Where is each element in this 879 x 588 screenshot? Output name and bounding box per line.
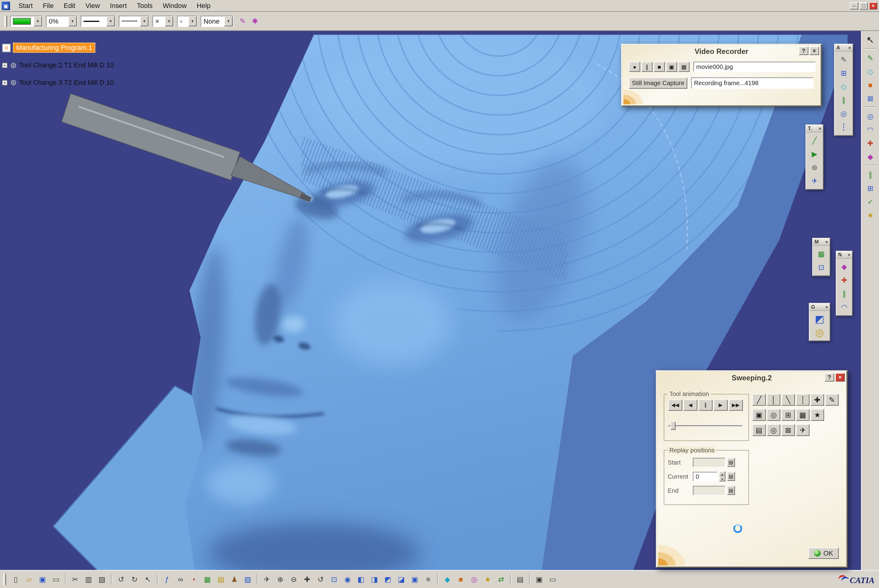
pause-button[interactable]: ∥ (641, 62, 652, 72)
dimension-icon[interactable]: ┆ (837, 121, 850, 133)
photo-icon[interactable]: ▦ (796, 409, 810, 421)
play-button[interactable]: ▶ (714, 399, 728, 411)
specs-tree-icon[interactable]: ≡ (422, 573, 434, 585)
minimize-button[interactable]: – (850, 2, 858, 9)
close-dialog-button[interactable]: × (835, 373, 845, 381)
highlight-icon[interactable]: ★ (811, 409, 824, 421)
close-palette-icon[interactable]: × (848, 252, 850, 257)
record-button[interactable]: ● (629, 62, 640, 72)
start-pick-button[interactable]: ▤ (727, 458, 735, 467)
menu-help[interactable]: Help (192, 1, 216, 11)
chevron-down-icon[interactable]: ▼ (68, 16, 76, 26)
pocket-icon[interactable]: ⊠ (864, 92, 876, 104)
ok-button[interactable]: OK (808, 548, 838, 559)
palette-titlebar[interactable]: N × (836, 251, 852, 259)
pause-button[interactable]: ∥ (699, 399, 713, 411)
replay-icon[interactable]: ▶ (808, 148, 821, 160)
measure-diamond-icon[interactable]: ◆ (441, 573, 453, 585)
layer-combo[interactable]: None ▼ (201, 15, 233, 27)
menu-insert[interactable]: Insert (105, 1, 132, 11)
spreadsheet-icon[interactable]: ▦ (201, 573, 213, 585)
recording-status-field[interactable]: Recording frame...4198 (691, 78, 813, 89)
tree-item-label[interactable]: Tool Change.2 T1 End Mill D 10 (19, 61, 114, 69)
menu-view[interactable]: View (80, 1, 105, 11)
surface-icon[interactable]: ◎ (813, 327, 826, 338)
menu-edit[interactable]: Edit (59, 1, 81, 11)
slider-track[interactable] (669, 425, 743, 427)
toolbar-grip[interactable] (3, 574, 6, 585)
axis-system-icon[interactable]: ✚ (864, 137, 876, 149)
spindle-icon[interactable]: │ (767, 394, 780, 405)
flyby-icon[interactable]: ✈ (796, 424, 810, 436)
check-icon[interactable]: ✓ (864, 195, 876, 208)
plunge-icon[interactable]: ✚ (811, 394, 824, 405)
axis-icon[interactable]: ✚ (838, 274, 851, 286)
binoculars-icon[interactable]: ∞ (174, 573, 186, 585)
fixture-icon[interactable]: ⊡ (814, 261, 828, 273)
pad-icon[interactable]: ■ (864, 78, 876, 91)
plane-icon[interactable]: ◇ (864, 65, 876, 78)
frame-icon[interactable]: ⊞ (837, 68, 850, 79)
forward-button[interactable]: ▶▶ (729, 399, 743, 411)
start-field[interactable] (693, 458, 725, 467)
machining-op-icon[interactable]: ▦ (814, 248, 828, 260)
cube-icon[interactable]: ■ (454, 573, 467, 585)
spin-down-button[interactable]: ▼ (719, 476, 725, 481)
video-capture-icon[interactable]: ▣ (752, 409, 766, 421)
palette-titlebar[interactable]: T. × (806, 125, 823, 133)
step-back-button[interactable]: ◀ (683, 399, 698, 411)
catalog-star-icon[interactable]: ★ (864, 209, 876, 221)
menu-window[interactable]: Window (158, 1, 192, 11)
chevron-down-icon[interactable]: ▼ (140, 16, 148, 26)
pattern-icon[interactable]: ⊞ (864, 182, 876, 194)
close-palette-icon[interactable]: × (825, 239, 828, 244)
slider-thumb[interactable] (670, 422, 675, 430)
print-icon[interactable]: ▭ (50, 573, 62, 585)
palette-titlebar[interactable]: M × (813, 238, 830, 246)
palette-titlebar[interactable]: A × (835, 44, 853, 52)
toolpath-icon[interactable]: ╱ (808, 135, 821, 146)
color-combo[interactable]: ▼ (10, 15, 43, 27)
sweeping-titlebar[interactable]: Sweeping.2 ? × (657, 372, 846, 384)
report-icon[interactable]: ▤ (752, 424, 766, 436)
compass-icon[interactable]: ◎ (468, 573, 480, 585)
zoom-out-icon[interactable]: ⊖ (288, 573, 300, 585)
menu-start[interactable]: Start (14, 1, 38, 11)
end-pick-button[interactable]: ▤ (727, 486, 735, 495)
undo-icon[interactable]: ↺ (115, 573, 127, 585)
close-dialog-button[interactable]: × (810, 46, 819, 55)
retract-icon[interactable]: ╲ (782, 394, 795, 405)
palette-titlebar[interactable]: G × (810, 303, 830, 311)
painter-icon[interactable]: ✎ (237, 15, 249, 27)
help-button[interactable]: ? (799, 46, 808, 55)
menu-file[interactable]: File (38, 1, 58, 11)
pin-icon[interactable]: ● (188, 573, 200, 585)
diameter-icon[interactable]: ◎ (837, 108, 850, 119)
movie-filename-field[interactable]: movie000.jpg (693, 62, 816, 72)
cut-icon[interactable]: ✂ (69, 573, 81, 585)
whats-this-icon[interactable]: ↖ (142, 573, 154, 585)
redo-icon[interactable]: ↻ (128, 573, 141, 585)
paste-icon[interactable]: ▨ (96, 573, 108, 585)
copy-icon[interactable]: ▥ (82, 573, 94, 585)
feed-icon[interactable]: ┆ (796, 394, 810, 405)
mannequin-icon[interactable]: ♟ (228, 573, 240, 585)
star-icon[interactable]: ★ (482, 573, 494, 585)
formula-icon[interactable]: ƒ (161, 573, 173, 585)
chevron-down-icon[interactable]: ▼ (165, 16, 173, 26)
render-style-combo[interactable]: ▫ ▼ (177, 15, 197, 27)
app-icon[interactable]: ▣ (2, 2, 10, 10)
open-folder-icon[interactable]: ▱ (23, 573, 35, 585)
spin-up-button[interactable]: ▲ (719, 471, 725, 476)
chevron-down-icon[interactable]: ▼ (106, 16, 115, 26)
monitor-icon[interactable]: ▭ (547, 573, 559, 585)
close-window-button[interactable]: × (869, 2, 877, 9)
frame-grab-button[interactable]: ▣ (666, 62, 677, 72)
close-palette-icon[interactable]: × (819, 126, 821, 131)
save-icon[interactable]: ▣ (36, 573, 49, 585)
hole-icon[interactable]: ◎ (864, 110, 876, 122)
expander-icon[interactable]: + (2, 80, 7, 85)
opacity-combo[interactable]: 0% ▼ (46, 15, 78, 27)
still-image-capture-button[interactable]: Still Image Capture (629, 78, 687, 89)
current-field[interactable]: 0 (693, 472, 718, 481)
